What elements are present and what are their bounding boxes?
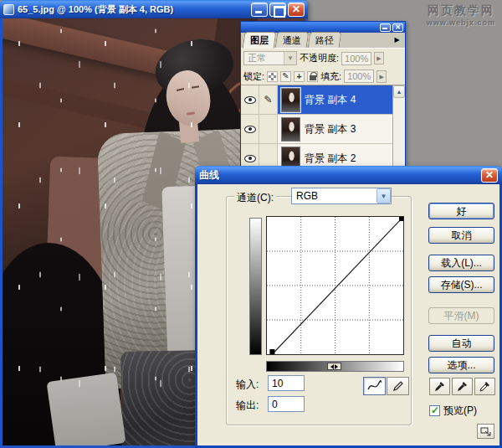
eyedropper-icon bbox=[479, 381, 490, 392]
channel-select[interactable]: RGB bbox=[291, 188, 392, 204]
blend-mode-select[interactable]: 正常 bbox=[243, 51, 297, 65]
channel-value: RGB bbox=[296, 190, 318, 202]
scroll-up-arrow-icon[interactable] bbox=[393, 85, 405, 98]
lock-icon bbox=[310, 75, 316, 80]
paint-indicator-cell[interactable] bbox=[259, 115, 278, 143]
blend-mode-row: 正常 不透明度: 100% bbox=[241, 49, 405, 68]
tab-paths[interactable]: 路径 bbox=[308, 32, 342, 48]
white-point-eyedropper-button[interactable] bbox=[474, 378, 495, 395]
lock-row: 锁定: 填充: 100% bbox=[241, 68, 405, 85]
chevron-down-icon bbox=[376, 188, 391, 203]
paint-indicator-cell[interactable] bbox=[259, 85, 278, 114]
panel-tabs: 图层 通道 路径 bbox=[241, 33, 405, 49]
eye-icon bbox=[244, 96, 256, 104]
layer-thumbnail[interactable] bbox=[281, 88, 300, 112]
eye-icon bbox=[244, 155, 256, 162]
resize-arrow-icon bbox=[480, 427, 492, 436]
tab-layers[interactable]: 图层 bbox=[243, 32, 277, 49]
chevron-down-icon bbox=[284, 52, 296, 64]
channel-label: 通道(C): bbox=[234, 191, 276, 205]
panel-close-button[interactable] bbox=[392, 23, 403, 32]
curve-plot bbox=[267, 217, 403, 354]
lock-paint-button[interactable] bbox=[280, 71, 291, 82]
window-titlebar[interactable]: 65_5.jpg @ 100% (背景 副本 4, RGB) bbox=[0, 0, 308, 18]
fill-label: 填充: bbox=[320, 70, 341, 83]
fill-slider-arrow-icon[interactable] bbox=[376, 70, 387, 83]
preview-checkbox[interactable] bbox=[429, 405, 440, 416]
opacity-slider-arrow-icon[interactable] bbox=[374, 52, 384, 64]
panel-minimize-button[interactable] bbox=[380, 23, 391, 32]
opacity-value[interactable]: 100% bbox=[341, 52, 371, 65]
input-field[interactable] bbox=[268, 375, 305, 391]
dialog-close-button[interactable] bbox=[481, 168, 498, 183]
window-title: 65_5.jpg @ 100% (背景 副本 4, RGB) bbox=[18, 3, 251, 16]
layer-name: 背景 副本 4 bbox=[305, 93, 356, 107]
lock-transparency-button[interactable] bbox=[267, 71, 278, 82]
lock-label: 锁定: bbox=[243, 70, 264, 83]
layers-list: 背景 副本 4 背景 副本 3 背景 副本 2 bbox=[241, 85, 405, 173]
lock-all-button[interactable] bbox=[307, 71, 318, 82]
curves-dialog-titlebar[interactable]: 曲线 bbox=[195, 166, 502, 184]
visibility-toggle[interactable] bbox=[241, 85, 259, 114]
gradient-flip-slider[interactable] bbox=[327, 363, 341, 370]
checkerboard-icon bbox=[269, 73, 276, 80]
brush-icon bbox=[264, 94, 272, 106]
pencil-icon bbox=[392, 380, 404, 392]
curve-point-tool-button[interactable] bbox=[363, 377, 386, 395]
input-label: 输入: bbox=[236, 378, 259, 392]
visibility-toggle[interactable] bbox=[241, 115, 259, 143]
smooth-curve-icon bbox=[367, 380, 382, 392]
output-field[interactable] bbox=[268, 396, 305, 412]
layer-name: 背景 副本 3 bbox=[305, 122, 356, 136]
lock-position-button[interactable] bbox=[294, 71, 305, 82]
minimize-button[interactable] bbox=[251, 3, 268, 17]
maximize-button[interactable] bbox=[269, 3, 286, 17]
output-label: 输出: bbox=[236, 399, 259, 413]
tab-channels[interactable]: 通道 bbox=[275, 32, 310, 48]
auto-button[interactable]: 自动 bbox=[428, 335, 494, 352]
layers-panel: 图层 通道 路径 正常 不透明度: 100% 锁定: 填充: 100% 背景 副… bbox=[240, 21, 406, 174]
preview-label: 预览(P) bbox=[443, 404, 477, 418]
layer-thumbnail[interactable] bbox=[281, 117, 300, 142]
move-icon bbox=[296, 72, 301, 80]
watermark-url: www.webjx.com bbox=[427, 18, 495, 27]
eyedropper-icon bbox=[434, 381, 445, 392]
layer-row-bg-copy3[interactable]: 背景 副本 3 bbox=[241, 115, 392, 144]
load-button[interactable]: 载入(L)... bbox=[428, 255, 494, 271]
input-gradient-bar bbox=[266, 361, 404, 372]
eye-icon bbox=[244, 126, 256, 133]
black-point-eyedropper-button[interactable] bbox=[429, 378, 450, 395]
triangle-right-icon bbox=[335, 364, 338, 369]
layers-scrollbar[interactable] bbox=[392, 85, 405, 173]
output-gradient-bar bbox=[249, 218, 262, 355]
curves-dialog: 曲线 通道(C): RGB 输入: bbox=[195, 166, 502, 448]
layer-name: 背景 副本 2 bbox=[305, 152, 356, 166]
triangle-left-icon bbox=[330, 364, 334, 369]
layer-row-bg-copy4[interactable]: 背景 副本 4 bbox=[241, 85, 392, 115]
blend-mode-value: 正常 bbox=[248, 52, 266, 64]
options-button[interactable]: 选项... bbox=[428, 357, 494, 373]
panel-menu-arrow-icon[interactable] bbox=[392, 35, 402, 45]
brush-icon bbox=[282, 72, 289, 80]
curves-dialog-body: 通道(C): RGB 输入: 输出: bbox=[197, 184, 499, 445]
document-icon bbox=[3, 4, 14, 15]
dialog-title: 曲线 bbox=[199, 168, 481, 183]
opacity-label: 不透明度: bbox=[300, 52, 339, 64]
preview-checkbox-row[interactable]: 预览(P) bbox=[429, 404, 477, 418]
ok-button[interactable]: 好 bbox=[428, 203, 494, 219]
watermark: 网页教学网 www.webjx.com bbox=[427, 3, 495, 27]
curve-grid[interactable] bbox=[266, 216, 404, 355]
fill-value[interactable]: 100% bbox=[344, 70, 374, 83]
save-button[interactable]: 存储(S)... bbox=[428, 276, 494, 293]
smooth-button[interactable]: 平滑(M) bbox=[428, 307, 494, 324]
close-button[interactable] bbox=[288, 3, 305, 17]
cancel-button[interactable]: 取消 bbox=[428, 227, 494, 244]
pencil-tool-button[interactable] bbox=[387, 377, 409, 395]
gray-point-eyedropper-button[interactable] bbox=[452, 378, 473, 395]
watermark-title: 网页教学网 bbox=[427, 3, 495, 18]
resize-toggle-button[interactable] bbox=[477, 424, 494, 439]
eyedropper-icon bbox=[457, 381, 468, 392]
